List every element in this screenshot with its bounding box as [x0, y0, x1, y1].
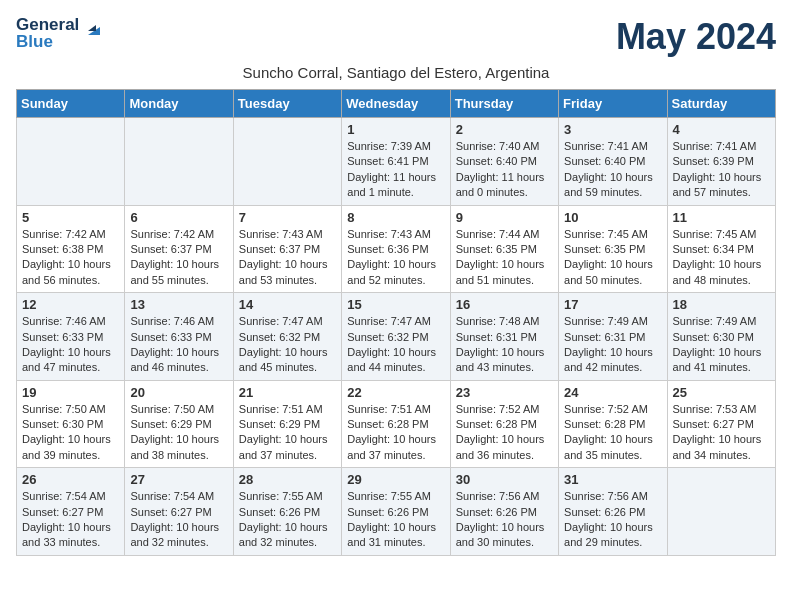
day-number: 4	[673, 122, 770, 137]
cell-content: Sunrise: 7:54 AMSunset: 6:27 PMDaylight:…	[130, 489, 227, 551]
calendar-cell: 20Sunrise: 7:50 AMSunset: 6:29 PMDayligh…	[125, 380, 233, 468]
weekday-header: Friday	[559, 90, 667, 118]
calendar-week-row: 1Sunrise: 7:39 AMSunset: 6:41 PMDaylight…	[17, 118, 776, 206]
day-number: 16	[456, 297, 553, 312]
day-number: 18	[673, 297, 770, 312]
cell-content: Sunrise: 7:43 AMSunset: 6:36 PMDaylight:…	[347, 227, 444, 289]
calendar-cell: 26Sunrise: 7:54 AMSunset: 6:27 PMDayligh…	[17, 468, 125, 556]
calendar-cell	[233, 118, 341, 206]
calendar-cell	[667, 468, 775, 556]
calendar-body: 1Sunrise: 7:39 AMSunset: 6:41 PMDaylight…	[17, 118, 776, 556]
cell-content: Sunrise: 7:47 AMSunset: 6:32 PMDaylight:…	[347, 314, 444, 376]
cell-content: Sunrise: 7:55 AMSunset: 6:26 PMDaylight:…	[239, 489, 336, 551]
calendar-week-row: 5Sunrise: 7:42 AMSunset: 6:38 PMDaylight…	[17, 205, 776, 293]
cell-content: Sunrise: 7:41 AMSunset: 6:39 PMDaylight:…	[673, 139, 770, 201]
day-number: 3	[564, 122, 661, 137]
cell-content: Sunrise: 7:39 AMSunset: 6:41 PMDaylight:…	[347, 139, 444, 201]
calendar-cell: 19Sunrise: 7:50 AMSunset: 6:30 PMDayligh…	[17, 380, 125, 468]
cell-content: Sunrise: 7:43 AMSunset: 6:37 PMDaylight:…	[239, 227, 336, 289]
calendar-cell: 8Sunrise: 7:43 AMSunset: 6:36 PMDaylight…	[342, 205, 450, 293]
cell-content: Sunrise: 7:52 AMSunset: 6:28 PMDaylight:…	[564, 402, 661, 464]
cell-content: Sunrise: 7:48 AMSunset: 6:31 PMDaylight:…	[456, 314, 553, 376]
cell-content: Sunrise: 7:53 AMSunset: 6:27 PMDaylight:…	[673, 402, 770, 464]
day-number: 21	[239, 385, 336, 400]
cell-content: Sunrise: 7:56 AMSunset: 6:26 PMDaylight:…	[456, 489, 553, 551]
cell-content: Sunrise: 7:52 AMSunset: 6:28 PMDaylight:…	[456, 402, 553, 464]
calendar-cell: 2Sunrise: 7:40 AMSunset: 6:40 PMDaylight…	[450, 118, 558, 206]
calendar-cell: 28Sunrise: 7:55 AMSunset: 6:26 PMDayligh…	[233, 468, 341, 556]
cell-content: Sunrise: 7:45 AMSunset: 6:35 PMDaylight:…	[564, 227, 661, 289]
calendar-header-row: SundayMondayTuesdayWednesdayThursdayFrid…	[17, 90, 776, 118]
calendar-cell: 13Sunrise: 7:46 AMSunset: 6:33 PMDayligh…	[125, 293, 233, 381]
calendar-cell: 15Sunrise: 7:47 AMSunset: 6:32 PMDayligh…	[342, 293, 450, 381]
calendar-cell: 21Sunrise: 7:51 AMSunset: 6:29 PMDayligh…	[233, 380, 341, 468]
cell-content: Sunrise: 7:47 AMSunset: 6:32 PMDaylight:…	[239, 314, 336, 376]
day-number: 20	[130, 385, 227, 400]
logo-icon	[82, 17, 104, 43]
day-number: 10	[564, 210, 661, 225]
cell-content: Sunrise: 7:40 AMSunset: 6:40 PMDaylight:…	[456, 139, 553, 201]
weekday-header: Tuesday	[233, 90, 341, 118]
calendar-cell: 17Sunrise: 7:49 AMSunset: 6:31 PMDayligh…	[559, 293, 667, 381]
calendar-cell: 4Sunrise: 7:41 AMSunset: 6:39 PMDaylight…	[667, 118, 775, 206]
weekday-header: Thursday	[450, 90, 558, 118]
cell-content: Sunrise: 7:42 AMSunset: 6:38 PMDaylight:…	[22, 227, 119, 289]
month-title: May 2024	[616, 16, 776, 58]
day-number: 11	[673, 210, 770, 225]
calendar-cell: 1Sunrise: 7:39 AMSunset: 6:41 PMDaylight…	[342, 118, 450, 206]
day-number: 12	[22, 297, 119, 312]
cell-content: Sunrise: 7:45 AMSunset: 6:34 PMDaylight:…	[673, 227, 770, 289]
day-number: 9	[456, 210, 553, 225]
logo-general: General	[16, 16, 79, 33]
day-number: 5	[22, 210, 119, 225]
weekday-header: Wednesday	[342, 90, 450, 118]
day-number: 22	[347, 385, 444, 400]
calendar-cell: 14Sunrise: 7:47 AMSunset: 6:32 PMDayligh…	[233, 293, 341, 381]
calendar-cell: 23Sunrise: 7:52 AMSunset: 6:28 PMDayligh…	[450, 380, 558, 468]
calendar-cell: 24Sunrise: 7:52 AMSunset: 6:28 PMDayligh…	[559, 380, 667, 468]
calendar-cell: 12Sunrise: 7:46 AMSunset: 6:33 PMDayligh…	[17, 293, 125, 381]
day-number: 2	[456, 122, 553, 137]
calendar-cell: 16Sunrise: 7:48 AMSunset: 6:31 PMDayligh…	[450, 293, 558, 381]
day-number: 17	[564, 297, 661, 312]
cell-content: Sunrise: 7:42 AMSunset: 6:37 PMDaylight:…	[130, 227, 227, 289]
cell-content: Sunrise: 7:50 AMSunset: 6:30 PMDaylight:…	[22, 402, 119, 464]
calendar-cell: 10Sunrise: 7:45 AMSunset: 6:35 PMDayligh…	[559, 205, 667, 293]
calendar-cell: 7Sunrise: 7:43 AMSunset: 6:37 PMDaylight…	[233, 205, 341, 293]
header: General Blue May 2024	[16, 16, 776, 58]
day-number: 28	[239, 472, 336, 487]
cell-content: Sunrise: 7:44 AMSunset: 6:35 PMDaylight:…	[456, 227, 553, 289]
weekday-header: Saturday	[667, 90, 775, 118]
day-number: 8	[347, 210, 444, 225]
calendar-cell: 27Sunrise: 7:54 AMSunset: 6:27 PMDayligh…	[125, 468, 233, 556]
calendar-cell	[17, 118, 125, 206]
cell-content: Sunrise: 7:41 AMSunset: 6:40 PMDaylight:…	[564, 139, 661, 201]
cell-content: Sunrise: 7:51 AMSunset: 6:29 PMDaylight:…	[239, 402, 336, 464]
calendar-table: SundayMondayTuesdayWednesdayThursdayFrid…	[16, 89, 776, 556]
calendar-cell: 22Sunrise: 7:51 AMSunset: 6:28 PMDayligh…	[342, 380, 450, 468]
day-number: 13	[130, 297, 227, 312]
cell-content: Sunrise: 7:46 AMSunset: 6:33 PMDaylight:…	[130, 314, 227, 376]
subtitle: Suncho Corral, Santiago del Estero, Arge…	[16, 64, 776, 81]
calendar-cell: 25Sunrise: 7:53 AMSunset: 6:27 PMDayligh…	[667, 380, 775, 468]
day-number: 27	[130, 472, 227, 487]
logo: General Blue	[16, 16, 104, 50]
day-number: 29	[347, 472, 444, 487]
day-number: 24	[564, 385, 661, 400]
weekday-header: Sunday	[17, 90, 125, 118]
calendar-cell: 18Sunrise: 7:49 AMSunset: 6:30 PMDayligh…	[667, 293, 775, 381]
day-number: 15	[347, 297, 444, 312]
calendar-week-row: 19Sunrise: 7:50 AMSunset: 6:30 PMDayligh…	[17, 380, 776, 468]
calendar-cell: 3Sunrise: 7:41 AMSunset: 6:40 PMDaylight…	[559, 118, 667, 206]
day-number: 26	[22, 472, 119, 487]
day-number: 7	[239, 210, 336, 225]
day-number: 1	[347, 122, 444, 137]
calendar-cell: 5Sunrise: 7:42 AMSunset: 6:38 PMDaylight…	[17, 205, 125, 293]
calendar-cell	[125, 118, 233, 206]
cell-content: Sunrise: 7:49 AMSunset: 6:31 PMDaylight:…	[564, 314, 661, 376]
calendar-cell: 6Sunrise: 7:42 AMSunset: 6:37 PMDaylight…	[125, 205, 233, 293]
calendar-cell: 9Sunrise: 7:44 AMSunset: 6:35 PMDaylight…	[450, 205, 558, 293]
cell-content: Sunrise: 7:56 AMSunset: 6:26 PMDaylight:…	[564, 489, 661, 551]
weekday-header: Monday	[125, 90, 233, 118]
cell-content: Sunrise: 7:51 AMSunset: 6:28 PMDaylight:…	[347, 402, 444, 464]
